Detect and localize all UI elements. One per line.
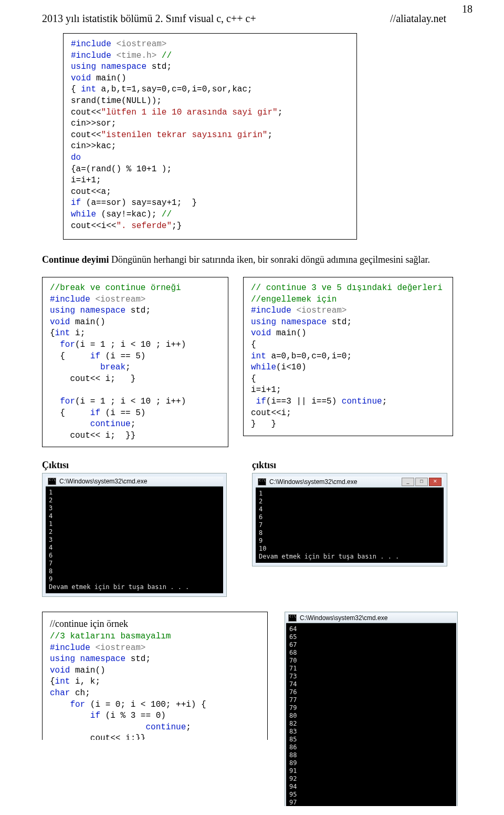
- console-title-text: C:\Windows\system32\cmd.exe: [300, 614, 387, 622]
- txt: [50, 723, 145, 732]
- code-block-4: //continue için örnek //3 katlarını basm…: [42, 612, 268, 740]
- hdr: <iostream>: [90, 295, 146, 304]
- str: ". seferde": [116, 221, 172, 231]
- kw: int: [251, 352, 266, 361]
- two-column-code: //break ve continue örneği #include <ios…: [42, 277, 467, 447]
- kw: if: [90, 352, 100, 361]
- code-block-2: //break ve continue örneği #include <ios…: [42, 277, 228, 447]
- comment: //break ve continue örneği: [50, 283, 181, 293]
- console-body: 64 65 67 68 70 71 73 74 76 77 79 80 82 8…: [286, 623, 456, 806]
- kw: #include: [71, 39, 111, 49]
- kw: char: [50, 688, 70, 698]
- output-labels: Çıktısı çıktısı: [42, 460, 467, 471]
- document-header: 2013 yılı istatistik bölümü 2. Sınıf vis…: [42, 13, 467, 25]
- kw: using: [251, 317, 276, 327]
- kw: using: [50, 306, 75, 315]
- console-row: C:\Windows\system32\cmd.exe 1 2 3 4 1 2 …: [42, 473, 467, 597]
- txt: std;: [125, 654, 151, 664]
- txt: [50, 419, 90, 429]
- comment: // continue 3 ve 5 dışındaki değerleri: [251, 283, 443, 293]
- txt: (a==sor) say=say+1; }: [81, 198, 197, 208]
- kw: if: [71, 198, 81, 208]
- txt: (i==3 || i==5): [266, 397, 342, 406]
- page-number: 18: [462, 3, 472, 15]
- hdr: <iostream>: [111, 39, 167, 49]
- str: "istenilen tekrar sayısını girin": [101, 130, 268, 140]
- kw: namespace: [75, 306, 125, 315]
- bottom-section: //continue için örnek //3 katlarını basm…: [42, 612, 467, 806]
- kw: #include: [251, 306, 291, 315]
- txt: i;: [70, 328, 85, 338]
- kw: if: [50, 711, 100, 720]
- txt: main(): [91, 74, 126, 83]
- continue-description: Continue deyimi Döngünün herhangi bir sa…: [42, 254, 467, 265]
- code-block-3: // continue 3 ve 5 dışındaki değerleri /…: [243, 277, 453, 436]
- console-titlebar: C:\Windows\system32\cmd.exe: [46, 477, 223, 487]
- txt: main(): [70, 666, 105, 675]
- console-window-3: C:\Windows\system32\cmd.exe 64 65 67 68 …: [285, 612, 458, 806]
- kw: using: [50, 654, 75, 664]
- kw: int: [55, 677, 70, 686]
- kw: for: [50, 397, 75, 406]
- kw: do: [71, 153, 81, 162]
- console-column-3: C:\Windows\system32\cmd.exe 64 65 67 68 …: [285, 612, 458, 806]
- output-label-right: çıktısı: [252, 460, 276, 471]
- console-titlebar: C:\Windows\system32\cmd.exe _ □ ✕: [256, 477, 444, 488]
- txt: cin>>sor;: [71, 119, 116, 128]
- txt: {: [50, 408, 90, 418]
- window-buttons: _ □ ✕: [402, 478, 442, 486]
- txt: std;: [327, 317, 352, 327]
- txt: {: [251, 340, 256, 349]
- txt: {: [50, 328, 55, 338]
- txt: main(): [271, 328, 306, 338]
- txt: cin>>kac;: [71, 141, 116, 151]
- txt: (say!=kac);: [96, 210, 162, 219]
- txt: (i == 5): [100, 408, 145, 418]
- comment: //engellemek için: [251, 295, 337, 304]
- kw: #include: [71, 51, 111, 60]
- txt: a,b,t=1,say=0,c=0,i=0,sor,kac;: [96, 85, 253, 94]
- txt: i=i+1;: [71, 176, 101, 185]
- txt: (i = 1 ; i < 10 ; i++): [75, 397, 186, 406]
- maximize-button[interactable]: □: [415, 478, 428, 486]
- txt: cout<<a;: [71, 187, 111, 197]
- kw: #include: [50, 643, 90, 653]
- plain-comment: //continue için örnek: [50, 618, 128, 629]
- txt: cout<< i; }: [50, 374, 135, 384]
- txt: (i = 1 ; i < 10 ; i++): [75, 340, 186, 349]
- kw: for: [50, 340, 75, 349]
- kw: void: [50, 666, 70, 675]
- txt: ch;: [70, 688, 90, 698]
- header-url: //aliatalay.net: [390, 13, 446, 25]
- txt: ;}: [172, 221, 182, 231]
- console-body: 1 2 3 4 1 2 3 4 6 7 8 9 Devam etmek için…: [46, 487, 223, 593]
- kw: namespace: [276, 317, 327, 327]
- txt: ;: [125, 363, 131, 372]
- txt: cout<<: [71, 130, 101, 140]
- txt: i, k;: [70, 677, 100, 686]
- txt: (i = 0; i < 100; ++i) {: [85, 700, 206, 709]
- hdr: <time.h>: [111, 51, 156, 60]
- console-titlebar: C:\Windows\system32\cmd.exe: [286, 613, 456, 623]
- kw: void: [71, 74, 91, 83]
- txt: ;: [186, 723, 191, 732]
- continue-desc: Döngünün herhangi bir satırında iken, bi…: [109, 254, 430, 265]
- txt: {: [50, 677, 55, 686]
- console-window-1: C:\Windows\system32\cmd.exe 1 2 3 4 1 2 …: [42, 473, 227, 597]
- str: "lütfen 1 ile 10 arasında sayi gir": [101, 108, 278, 117]
- kw: void: [251, 328, 271, 338]
- txt: main(): [70, 317, 105, 327]
- minimize-button[interactable]: _: [402, 478, 414, 486]
- txt: {: [71, 85, 81, 94]
- comment: //: [156, 51, 172, 60]
- txt: cout<< i;}}: [50, 734, 145, 740]
- txt: (i % 3 == 0): [100, 711, 166, 720]
- kw: if: [251, 397, 266, 406]
- txt: ;: [131, 419, 136, 429]
- close-button[interactable]: ✕: [429, 478, 442, 486]
- comment: //: [162, 210, 172, 219]
- console-title-text: C:\Windows\system32\cmd.exe: [59, 478, 147, 485]
- txt: [50, 363, 100, 372]
- continue-label: Continue deyimi: [42, 254, 109, 265]
- txt: cout<< i; }}: [50, 431, 135, 440]
